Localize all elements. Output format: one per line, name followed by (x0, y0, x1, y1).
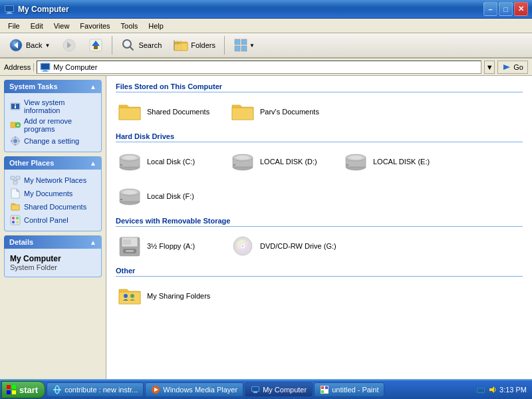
sidebar: System Tasks ▲ View system information (0, 76, 106, 379)
svg-rect-74 (123, 239, 131, 245)
svg-rect-86 (12, 390, 16, 394)
details-subtitle: System Folder (10, 263, 96, 271)
local-disk-d-icon (231, 150, 255, 174)
details-title: My Computer (10, 254, 96, 263)
search-button[interactable]: Search (116, 35, 166, 55)
local-disk-c-item[interactable]: Local Disk (C:) (116, 148, 222, 176)
taskbar-wmp[interactable]: Windows Media Player (145, 382, 243, 397)
local-disk-e-icon (344, 150, 368, 174)
local-disk-d-label: LOCAL DISK (D:) (260, 158, 317, 166)
folders-button[interactable]: Folders (169, 35, 220, 55)
menu-edit[interactable]: Edit (25, 21, 49, 31)
sidebar-item-control-panel[interactable]: Control Panel (10, 213, 96, 227)
taskbar-contribute[interactable]: contribute : new instr... (47, 382, 144, 397)
start-button[interactable]: start (1, 381, 45, 398)
sidebar-item-network-places[interactable]: My Network Places (10, 174, 96, 187)
info-icon (10, 101, 21, 112)
sidebar-item-shared-documents[interactable]: Shared Documents (10, 200, 96, 213)
ie-icon (53, 385, 62, 394)
maximize-button[interactable]: □ (499, 2, 513, 16)
taskbar-paint[interactable]: untitled - Paint (314, 382, 384, 397)
start-label: start (19, 385, 38, 395)
taskbar-mycomputer[interactable]: My Computer (245, 382, 313, 397)
views-button[interactable]: ▼ (229, 35, 259, 55)
svg-marker-101 (489, 386, 494, 393)
local-disk-d-item[interactable]: LOCAL DISK (D:) (229, 148, 335, 176)
svg-rect-66 (346, 164, 348, 166)
network-tray-icon (476, 385, 485, 394)
svg-point-81 (124, 294, 128, 298)
content-area: Files Stored on This Computer Shared Doc… (106, 76, 532, 379)
sidebar-item-view-system-info[interactable]: View system information (10, 97, 96, 116)
system-tasks-label: System Tasks (9, 82, 58, 90)
local-disk-f-label: Local Disk (F:) (147, 192, 194, 200)
parvs-documents-label: Parv's Documents (260, 108, 319, 116)
svg-line-45 (13, 180, 15, 181)
sidebar-item-change-setting[interactable]: Change a setting (10, 134, 96, 148)
svg-rect-25 (41, 64, 49, 69)
local-disk-f-item[interactable]: Local Disk (F:) (116, 182, 222, 210)
system-tasks-header[interactable]: System Tasks ▲ (4, 80, 102, 93)
svg-rect-98 (321, 390, 324, 393)
other-section-header: Other (116, 267, 523, 277)
svg-rect-1 (5, 6, 13, 11)
minimize-button[interactable]: – (483, 2, 497, 16)
back-dropdown-icon: ▼ (45, 43, 50, 49)
up-button[interactable] (84, 35, 108, 55)
svg-rect-44 (13, 181, 17, 184)
windows-logo (6, 384, 17, 395)
details-section: Details ▲ My Computer System Folder (4, 235, 102, 277)
other-places-header[interactable]: Other Places ▲ (4, 156, 102, 170)
sidebar-item-add-programs[interactable]: + Add or remove programs (10, 116, 96, 134)
svg-rect-20 (235, 39, 240, 45)
main-area: System Tasks ▲ View system information (0, 76, 532, 379)
files-section-header: Files Stored on This Computer (116, 82, 523, 92)
menu-file[interactable]: File (3, 21, 25, 31)
dvd-g-label: DVD/CD-RW Drive (G:) (260, 242, 336, 250)
svg-rect-100 (477, 388, 484, 392)
address-dropdown[interactable]: ▼ (484, 61, 495, 74)
sharing-folders-item[interactable]: My Sharing Folders (116, 282, 222, 310)
floppy-a-item[interactable]: 3½ Floppy (A:) (116, 232, 222, 260)
removable-section-header: Devices with Removable Storage (116, 217, 523, 227)
window-icon (4, 4, 15, 15)
menu-help[interactable]: Help (143, 21, 169, 31)
back-button[interactable]: Back ▼ (4, 35, 55, 55)
taskbar-tray: 3:13 PM (472, 385, 531, 394)
dvd-g-item[interactable]: DVD/CD-RW Drive (G:) (229, 232, 338, 260)
control-panel-icon (10, 215, 21, 225)
shared-documents-label: Shared Documents (147, 108, 209, 116)
svg-rect-61 (233, 164, 235, 166)
go-icon (502, 63, 511, 72)
other-section-grid: My Sharing Folders (116, 282, 523, 310)
details-label: Details (9, 238, 33, 246)
details-header[interactable]: Details ▲ (4, 235, 102, 249)
svg-rect-43 (16, 176, 20, 180)
svg-point-48 (12, 217, 15, 219)
sidebar-item-my-documents[interactable]: My Documents (10, 187, 96, 200)
svg-rect-85 (7, 390, 11, 394)
shared-documents-item[interactable]: Shared Documents (116, 98, 222, 126)
parvs-documents-item[interactable]: Parv's Documents (229, 98, 335, 126)
views-icon (233, 38, 248, 53)
forward-button[interactable] (57, 35, 81, 55)
toolbar-separator-1 (112, 36, 112, 55)
back-label: Back (26, 41, 42, 49)
svg-rect-40 (11, 140, 13, 142)
menu-view[interactable]: View (49, 21, 75, 31)
other-places-label: Other Places (9, 159, 54, 167)
shared-docs-icon (10, 201, 21, 212)
floppy-a-label: 3½ Floppy (A:) (147, 242, 195, 250)
local-disk-e-item[interactable]: LOCAL DISK (E:) (342, 148, 448, 176)
svg-rect-38 (15, 136, 16, 138)
close-button[interactable]: ✕ (514, 2, 528, 16)
address-value[interactable]: My Computer (37, 61, 481, 74)
menu-favorites[interactable]: Favorites (74, 21, 115, 31)
menu-tools[interactable]: Tools (116, 21, 144, 31)
add-programs-icon: + (10, 120, 21, 130)
mycomp-taskbar-icon (251, 385, 260, 394)
go-button[interactable]: Go (497, 61, 528, 74)
svg-rect-16 (174, 42, 180, 44)
view-system-info-label: View system information (24, 98, 96, 114)
svg-rect-97 (325, 386, 328, 389)
